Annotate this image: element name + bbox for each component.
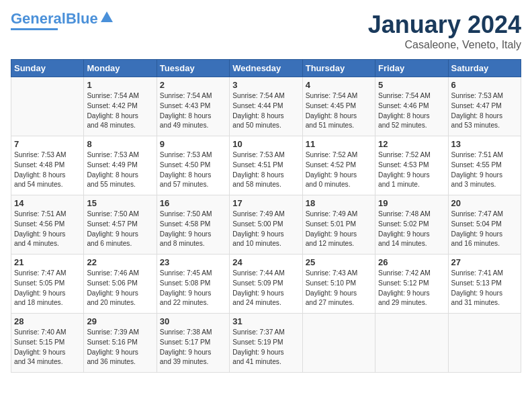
svg-marker-0 xyxy=(101,11,113,22)
day-info: Sunrise: 7:52 AMSunset: 4:53 PMDaylight:… xyxy=(378,150,445,190)
calendar-table: SundayMondayTuesdayWednesdayThursdayFrid… xyxy=(11,59,521,373)
calendar-cell: 25Sunrise: 7:43 AMSunset: 5:10 PMDayligh… xyxy=(302,255,375,314)
day-number: 16 xyxy=(160,198,226,208)
day-info: Sunrise: 7:53 AMSunset: 4:51 PMDaylight:… xyxy=(232,150,299,190)
day-number: 6 xyxy=(451,80,518,90)
day-number: 9 xyxy=(160,139,226,149)
day-number: 4 xyxy=(306,80,372,90)
day-info: Sunrise: 7:45 AMSunset: 5:08 PMDaylight:… xyxy=(160,269,226,308)
logo: GeneralBlue xyxy=(11,11,114,30)
day-number: 31 xyxy=(232,316,299,326)
day-info: Sunrise: 7:39 AMSunset: 5:16 PMDaylight:… xyxy=(87,328,153,367)
main-container: GeneralBlue January 2024 Casaleone, Vene… xyxy=(0,0,532,379)
day-number: 13 xyxy=(451,139,518,149)
day-number: 2 xyxy=(160,80,226,90)
calendar-cell: 26Sunrise: 7:42 AMSunset: 5:12 PMDayligh… xyxy=(375,255,448,314)
day-number: 26 xyxy=(378,257,445,267)
calendar-cell: 11Sunrise: 7:52 AMSunset: 4:52 PMDayligh… xyxy=(302,136,375,195)
day-info: Sunrise: 7:47 AMSunset: 5:05 PMDaylight:… xyxy=(14,269,81,308)
day-number: 17 xyxy=(232,198,299,208)
calendar-cell: 30Sunrise: 7:38 AMSunset: 5:17 PMDayligh… xyxy=(157,314,229,373)
day-info: Sunrise: 7:49 AMSunset: 5:00 PMDaylight:… xyxy=(232,210,299,249)
calendar-cell: 2Sunrise: 7:54 AMSunset: 4:43 PMDaylight… xyxy=(157,77,229,136)
day-info: Sunrise: 7:43 AMSunset: 5:10 PMDaylight:… xyxy=(306,269,372,308)
calendar-cell: 23Sunrise: 7:45 AMSunset: 5:08 PMDayligh… xyxy=(157,255,229,314)
day-info: Sunrise: 7:54 AMSunset: 4:42 PMDaylight:… xyxy=(87,91,153,131)
calendar-cell: 22Sunrise: 7:46 AMSunset: 5:06 PMDayligh… xyxy=(84,255,157,314)
logo-text: GeneralBlue xyxy=(11,11,98,27)
day-info: Sunrise: 7:41 AMSunset: 5:13 PMDaylight:… xyxy=(451,269,518,308)
calendar-cell: 7Sunrise: 7:53 AMSunset: 4:48 PMDaylight… xyxy=(11,136,84,195)
calendar-cell: 20Sunrise: 7:47 AMSunset: 5:04 PMDayligh… xyxy=(448,195,521,255)
day-number: 24 xyxy=(232,257,299,267)
day-number: 28 xyxy=(14,316,81,326)
weekday-header: Wednesday xyxy=(230,60,302,77)
calendar-cell: 10Sunrise: 7:53 AMSunset: 4:51 PMDayligh… xyxy=(230,136,302,195)
day-number: 8 xyxy=(87,139,153,149)
header-row: SundayMondayTuesdayWednesdayThursdayFrid… xyxy=(11,60,521,77)
day-number: 11 xyxy=(306,139,372,149)
calendar-week-row: 1Sunrise: 7:54 AMSunset: 4:42 PMDaylight… xyxy=(11,77,521,136)
day-number: 25 xyxy=(306,257,372,267)
calendar-week-row: 21Sunrise: 7:47 AMSunset: 5:05 PMDayligh… xyxy=(11,255,521,314)
day-info: Sunrise: 7:53 AMSunset: 4:48 PMDaylight:… xyxy=(14,150,81,190)
day-info: Sunrise: 7:54 AMSunset: 4:46 PMDaylight:… xyxy=(378,91,445,131)
day-number: 19 xyxy=(378,198,445,208)
day-info: Sunrise: 7:48 AMSunset: 5:02 PMDaylight:… xyxy=(378,210,445,249)
day-number: 5 xyxy=(378,80,445,90)
day-info: Sunrise: 7:42 AMSunset: 5:12 PMDaylight:… xyxy=(378,269,445,308)
calendar-week-row: 7Sunrise: 7:53 AMSunset: 4:48 PMDaylight… xyxy=(11,136,521,195)
day-info: Sunrise: 7:53 AMSunset: 4:49 PMDaylight:… xyxy=(87,150,153,190)
day-number: 3 xyxy=(232,80,299,90)
day-number: 7 xyxy=(14,139,81,149)
logo-line xyxy=(11,28,58,30)
calendar-cell: 14Sunrise: 7:51 AMSunset: 4:56 PMDayligh… xyxy=(11,195,84,255)
calendar-cell: 15Sunrise: 7:50 AMSunset: 4:57 PMDayligh… xyxy=(84,195,157,255)
day-number: 21 xyxy=(14,257,81,267)
calendar-cell: 19Sunrise: 7:48 AMSunset: 5:02 PMDayligh… xyxy=(375,195,448,255)
weekday-header: Tuesday xyxy=(157,60,229,77)
calendar-cell: 4Sunrise: 7:54 AMSunset: 4:45 PMDaylight… xyxy=(302,77,375,136)
weekday-header: Friday xyxy=(375,60,448,77)
calendar-cell: 29Sunrise: 7:39 AMSunset: 5:16 PMDayligh… xyxy=(84,314,157,373)
day-number: 12 xyxy=(378,139,445,149)
calendar-cell: 3Sunrise: 7:54 AMSunset: 4:44 PMDaylight… xyxy=(230,77,302,136)
weekday-header: Sunday xyxy=(11,60,84,77)
weekday-header: Monday xyxy=(84,60,157,77)
subtitle: Casaleone, Veneto, Italy xyxy=(368,39,521,51)
calendar-cell: 5Sunrise: 7:54 AMSunset: 4:46 PMDaylight… xyxy=(375,77,448,136)
calendar-cell: 9Sunrise: 7:53 AMSunset: 4:50 PMDaylight… xyxy=(157,136,229,195)
day-number: 30 xyxy=(160,316,226,326)
calendar-cell: 21Sunrise: 7:47 AMSunset: 5:05 PMDayligh… xyxy=(11,255,84,314)
calendar-cell: 31Sunrise: 7:37 AMSunset: 5:19 PMDayligh… xyxy=(230,314,302,373)
day-info: Sunrise: 7:54 AMSunset: 4:43 PMDaylight:… xyxy=(160,91,226,131)
calendar-cell: 6Sunrise: 7:53 AMSunset: 4:47 PMDaylight… xyxy=(448,77,521,136)
day-info: Sunrise: 7:38 AMSunset: 5:17 PMDaylight:… xyxy=(160,328,226,367)
calendar-cell: 13Sunrise: 7:51 AMSunset: 4:55 PMDayligh… xyxy=(448,136,521,195)
calendar-cell xyxy=(11,77,84,136)
day-number: 15 xyxy=(87,198,153,208)
day-info: Sunrise: 7:53 AMSunset: 4:47 PMDaylight:… xyxy=(451,91,518,131)
day-info: Sunrise: 7:46 AMSunset: 5:06 PMDaylight:… xyxy=(87,269,153,308)
calendar-week-row: 28Sunrise: 7:40 AMSunset: 5:15 PMDayligh… xyxy=(11,314,521,373)
calendar-cell: 16Sunrise: 7:50 AMSunset: 4:58 PMDayligh… xyxy=(157,195,229,255)
day-info: Sunrise: 7:54 AMSunset: 4:44 PMDaylight:… xyxy=(232,91,299,131)
calendar-cell xyxy=(302,314,375,373)
calendar-cell: 17Sunrise: 7:49 AMSunset: 5:00 PMDayligh… xyxy=(230,195,302,255)
calendar-cell: 24Sunrise: 7:44 AMSunset: 5:09 PMDayligh… xyxy=(230,255,302,314)
calendar-cell xyxy=(448,314,521,373)
title-block: January 2024 Casaleone, Veneto, Italy xyxy=(368,11,521,51)
calendar-cell: 18Sunrise: 7:49 AMSunset: 5:01 PMDayligh… xyxy=(302,195,375,255)
weekday-header: Thursday xyxy=(302,60,375,77)
day-number: 29 xyxy=(87,316,153,326)
calendar-cell: 28Sunrise: 7:40 AMSunset: 5:15 PMDayligh… xyxy=(11,314,84,373)
day-number: 10 xyxy=(232,139,299,149)
day-number: 27 xyxy=(451,257,518,267)
day-info: Sunrise: 7:53 AMSunset: 4:50 PMDaylight:… xyxy=(160,150,226,190)
day-info: Sunrise: 7:51 AMSunset: 4:55 PMDaylight:… xyxy=(451,150,518,190)
day-info: Sunrise: 7:50 AMSunset: 4:57 PMDaylight:… xyxy=(87,210,153,249)
day-info: Sunrise: 7:52 AMSunset: 4:52 PMDaylight:… xyxy=(306,150,372,190)
calendar-cell: 8Sunrise: 7:53 AMSunset: 4:49 PMDaylight… xyxy=(84,136,157,195)
day-info: Sunrise: 7:40 AMSunset: 5:15 PMDaylight:… xyxy=(14,328,81,367)
day-number: 23 xyxy=(160,257,226,267)
